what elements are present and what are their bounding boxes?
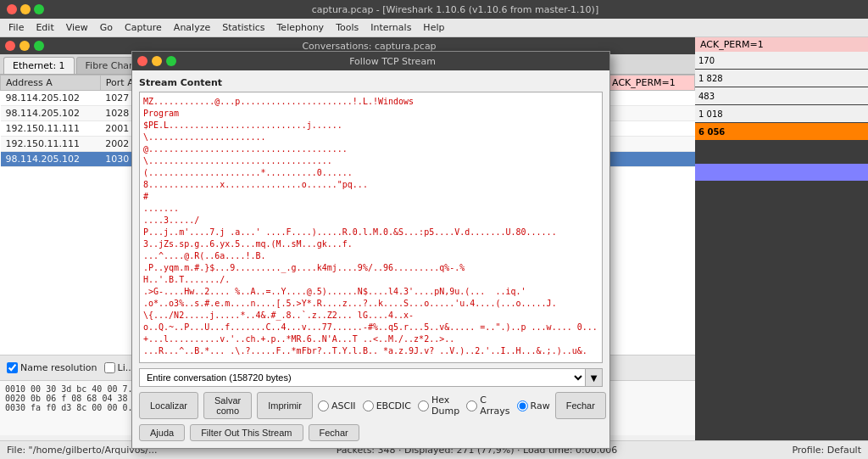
stream-line: \{.../N2.....j.....*..4&.#_.8..`.z..Z2..… (143, 310, 598, 322)
stream-line: \....................... (143, 132, 598, 143)
col-address-a[interactable]: Address A (1, 76, 101, 91)
cell-ack (607, 137, 695, 152)
radio-hexdump-input[interactable] (418, 400, 429, 411)
limit-checkbox[interactable] (104, 362, 115, 373)
cell-ack (607, 91, 695, 106)
cell-addr-a: 98.114.205.102 (1, 91, 101, 106)
cell-addr-a: 98.114.205.102 (1, 106, 101, 121)
radio-group: ASCII EBCDIC Hex Dump C Arrays Raw (318, 392, 550, 419)
top-close-button[interactable]: Fechar (555, 392, 606, 419)
menu-go[interactable]: Go (95, 20, 118, 35)
dropdown-arrow[interactable]: ▼ (586, 368, 603, 387)
close-button[interactable] (7, 4, 17, 14)
menu-statistics[interactable]: Statistics (217, 20, 270, 35)
help-button[interactable]: Ajuda (139, 424, 185, 441)
stream-content-label: Stream Content (139, 77, 603, 88)
conv-min-button[interactable] (19, 41, 30, 51)
stream-line: # (143, 191, 598, 203)
cell-ack (607, 152, 695, 167)
stream-line: P...j..m'....7.j .a...' ....F....).....R… (143, 227, 598, 238)
window-controls (7, 4, 44, 14)
menu-view[interactable]: View (61, 20, 93, 35)
app-title: captura.pcap - [Wireshark 1.10.6 (v1.10.… (49, 4, 861, 15)
follow-tcp-dialog: Follow TCP Stream Stream Content MZ.....… (131, 51, 610, 449)
stream-select[interactable]: Entire conversation (158720 bytes) (139, 368, 586, 387)
dialog-body: Stream Content MZ............@...p......… (132, 70, 609, 448)
filter-button[interactable]: Filter Out This Stream (190, 424, 303, 441)
stream-line: +...l..........v.'..ch.+.p..*MR.6..N'A..… (143, 333, 598, 345)
stream-content-area[interactable]: MZ............@...p.....................… (139, 92, 603, 363)
radio-raw: Raw (517, 400, 550, 411)
stream-line: .o*..o3%..s.#.e.m....n....[.5.>Y*.R....z… (143, 298, 598, 310)
name-resolution-label: Name resolution (7, 362, 97, 373)
menu-help[interactable]: Help (418, 20, 449, 35)
dialog-title-bar: Follow TCP Stream (132, 52, 609, 70)
cell-addr-a: 98.114.205.102 (1, 152, 101, 167)
name-resolution-checkbox[interactable] (7, 362, 18, 373)
cell-ack (607, 121, 695, 137)
stream-line: @....................................... (143, 143, 598, 155)
right-panel: ACK_PERM=1 170 1 828 483 1 018 6 056 (695, 37, 868, 440)
cell-ack (607, 106, 695, 121)
main-title-bar: captura.pcap - [Wireshark 1.10.6 (v1.10.… (0, 0, 868, 19)
stream-line: MZ............@...p.....................… (143, 96, 598, 108)
stream-line: .>G-....Hw..2.... %..A..=..Y....@.5)....… (143, 286, 598, 298)
menu-bar: File Edit View Go Capture Analyze Statis… (0, 19, 868, 37)
menu-capture[interactable]: Capture (120, 20, 167, 35)
save-button[interactable]: Salvar como (203, 392, 252, 419)
dialog-bottom-buttons: Ajuda Filter Out This Stream Fechar (139, 424, 603, 441)
blue-bar (695, 164, 868, 181)
cell-addr-a: 192.150.11.111 (1, 121, 101, 137)
ack-bar: ACK_PERM=1 (695, 37, 868, 52)
stream-line: ...R...^..B.*... .\.?.....F..*mFbr?..T.Y… (143, 345, 598, 357)
menu-telephony[interactable]: Telephony (272, 20, 330, 35)
stream-line: $PE.L...........................j...... (143, 120, 598, 132)
stream-line: 8..............x...............o......"p… (143, 179, 598, 191)
maximize-button[interactable] (34, 4, 44, 14)
radio-ebcdic-input[interactable] (363, 400, 374, 411)
menu-edit[interactable]: Edit (31, 20, 58, 35)
stream-line: 3..jZs.sp.g..6.yx.5...mq.(M..sM...gk...f… (143, 238, 598, 250)
conversations-title: Conversations: captura.pcap (48, 41, 690, 52)
minimize-button[interactable] (20, 4, 31, 14)
dialog-title: Follow TCP Stream (181, 56, 604, 67)
stream-line: \.................................... (143, 155, 598, 167)
menu-tools[interactable]: Tools (331, 20, 364, 35)
radio-ascii-input[interactable] (318, 400, 329, 411)
menu-internals[interactable]: Internals (365, 20, 416, 35)
stream-line: .P..yqm.m.#.}$...9........._.g....k4mj..… (143, 262, 598, 274)
conv-max-button[interactable] (34, 41, 44, 51)
stream-line: ....... (143, 203, 598, 215)
dialog-close-btn[interactable] (137, 56, 147, 66)
close-bottom-button[interactable]: Fechar (309, 424, 359, 441)
menu-analyze[interactable]: Analyze (169, 20, 215, 35)
stream-line: ...^....@.R(..6a....!.B. (143, 250, 598, 262)
stream-line: ....3...../ (143, 215, 598, 227)
stream-line: Program (143, 108, 598, 120)
cell-addr-a: 192.150.11.111 (1, 137, 101, 152)
menu-file[interactable]: File (3, 20, 29, 35)
radio-ebcdic: EBCDIC (363, 400, 411, 411)
stream-line: o..Q.~..P...U...f.......C..4...v...77...… (143, 322, 598, 333)
radio-raw-input[interactable] (517, 400, 528, 411)
tab-ethernet[interactable]: Ethernet: 1 (3, 57, 75, 74)
stream-line: H..'.B.T......./. (143, 274, 598, 286)
col-ack: ACK_PERM=1 (607, 76, 695, 91)
limit-label: Li... (104, 362, 135, 373)
print-button[interactable]: Imprimir (257, 392, 313, 419)
radio-ascii: ASCII (318, 400, 356, 411)
dropdown-row: Entire conversation (158720 bytes) ▼ (139, 368, 603, 387)
dialog-max-btn[interactable] (166, 56, 176, 66)
dialog-min-btn[interactable] (152, 56, 162, 66)
dialog-top-buttons: Localizar Salvar como Imprimir ASCII EBC… (139, 392, 603, 419)
status-profile: Profile: Default (792, 445, 861, 456)
stream-line: (......................*..........0.....… (143, 167, 598, 179)
radio-carrays: C Arrays (466, 395, 509, 417)
radio-hexdump: Hex Dump (418, 395, 459, 417)
conv-close-button[interactable] (5, 41, 15, 51)
find-button[interactable]: Localizar (139, 392, 198, 419)
radio-carrays-input[interactable] (466, 400, 477, 411)
